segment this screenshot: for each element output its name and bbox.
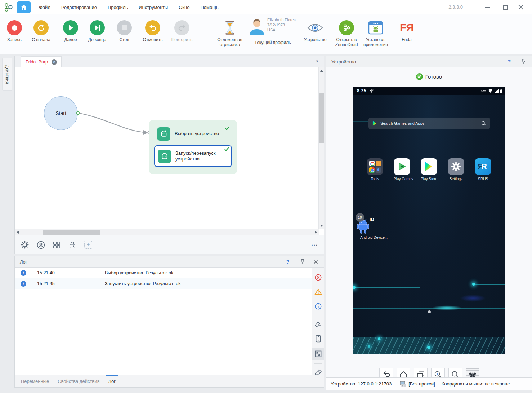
app-settings[interactable]: Settings — [448, 158, 464, 181]
filter-warnings-icon[interactable] — [312, 286, 324, 297]
pin-icon[interactable] — [300, 259, 305, 265]
current-profile-button[interactable]: Elizabeth Flores 7/12/1978 USA Текущий п… — [246, 14, 300, 53]
tab-frida-burp[interactable]: Frida+Burp ✕ — [21, 56, 62, 67]
app-android-device[interactable]: 10 — [355, 211, 394, 239]
frida-button[interactable]: FЯ Frida — [394, 14, 419, 53]
menu-profile[interactable]: Профиль — [108, 5, 128, 10]
close-window-button[interactable] — [513, 0, 529, 14]
tab-variables[interactable]: Переменные — [18, 375, 52, 387]
info-icon: i — [21, 270, 26, 276]
play-search-bar[interactable]: Search Games and Apps — [368, 118, 490, 129]
app-play-store[interactable]: Play Store — [421, 158, 437, 181]
log-row[interactable]: i 15:21:45 Запустить устройство Результа… — [15, 278, 312, 289]
canvas-lock-button[interactable] — [68, 240, 77, 249]
wifi-icon — [488, 89, 493, 93]
menu-edit[interactable]: Редактирование — [61, 5, 97, 10]
info-icon: i — [21, 281, 26, 287]
record-button[interactable]: Запись — [3, 14, 26, 53]
app-yarus[interactable]: Я R ЯRUS — [475, 158, 491, 181]
android-action-icon — [157, 127, 170, 141]
menu-window[interactable]: Окно — [179, 5, 189, 10]
highlight-color-icon[interactable] — [312, 319, 324, 330]
profile-country: USA — [267, 27, 296, 32]
maximize-button[interactable] — [497, 0, 513, 14]
canvas-vertical-scrollbar[interactable] — [318, 67, 324, 229]
tab-action-properties[interactable]: Свойства действия — [54, 375, 103, 387]
menu-tools[interactable]: Инструменты — [139, 5, 168, 10]
start-node[interactable]: Start — [44, 96, 78, 130]
tab-close-icon[interactable]: ✕ — [52, 59, 57, 65]
ready-check-icon — [416, 73, 423, 80]
canvas-horizontal-scrollbar[interactable] — [15, 229, 319, 235]
menu-file[interactable]: Файл — [39, 5, 50, 10]
deferred-render-button[interactable]: Отложенная отрисовка — [213, 14, 246, 53]
action-restart-device[interactable]: Запуск/перезапуск устройства — [154, 145, 232, 167]
redo-button[interactable]: Повторить — [169, 14, 195, 53]
installed-apps-button[interactable]: Установл. приложения — [359, 14, 392, 53]
scroll-up-icon[interactable] — [320, 70, 323, 72]
filter-errors-icon[interactable] — [312, 272, 324, 283]
add-action-slot-button[interactable]: + — [84, 240, 93, 249]
canvas-grid-button[interactable] — [52, 240, 61, 249]
close-log-icon[interactable] — [313, 260, 318, 264]
profile-birthdate: 7/12/1978 — [267, 22, 296, 27]
app-play-games[interactable]: Play Games — [394, 158, 410, 181]
pin-icon[interactable] — [521, 59, 526, 65]
flow-canvas[interactable]: Start Выбрать устройство — [15, 67, 319, 229]
device-log-icon[interactable] — [312, 333, 324, 344]
play-games-icon — [394, 158, 410, 175]
log-title: Лог — [20, 259, 27, 265]
log-row[interactable]: i 15:21:40 Выбор устройства Результат: o… — [15, 268, 312, 278]
scroll-right-icon[interactable] — [315, 231, 317, 234]
open-in-zennodroid-button[interactable]: Открыть в ZennoDroid — [330, 14, 363, 53]
sidebar-tab-actions[interactable]: Действия — [2, 58, 12, 91]
start-node-label: Start — [55, 110, 66, 116]
profile-avatar-icon — [249, 18, 265, 35]
undo-button[interactable]: Отменить — [140, 14, 165, 53]
minimize-button[interactable] — [479, 0, 496, 14]
expand-log-icon[interactable] — [312, 348, 324, 360]
log-message: Выбор устройства Результат: ok — [105, 270, 173, 275]
canvas-profile-button[interactable] — [36, 240, 45, 249]
run-to-end-button[interactable]: До конца — [86, 14, 109, 53]
canvas-more-button[interactable]: ... — [311, 240, 318, 247]
home-button[interactable] — [17, 1, 31, 13]
scroll-left-icon[interactable] — [17, 231, 19, 234]
app-tools[interactable]: Tools — [367, 158, 383, 181]
hscroll-thumb[interactable] — [43, 230, 100, 235]
vpn-key-icon — [481, 89, 486, 92]
action-select-device[interactable]: Выбрать устройство — [154, 125, 232, 142]
canvas-settings-button[interactable] — [21, 240, 29, 249]
device-panel: Устройство ? Готово — [326, 56, 532, 390]
restart-button[interactable]: С начала — [30, 14, 53, 53]
menu-help[interactable]: Помощь — [200, 5, 218, 10]
search-icon[interactable] — [481, 121, 486, 126]
device-panel-title: Устройство — [331, 59, 356, 65]
start-node-output-port[interactable] — [76, 111, 80, 115]
device-view-button[interactable]: Устройство — [300, 14, 330, 53]
log-filter-toolbar — [312, 268, 324, 375]
stop-button[interactable]: Стоп — [113, 14, 136, 53]
cell-signal-icon — [495, 89, 499, 93]
filter-info-icon[interactable] — [312, 301, 324, 312]
app-window: Файл Редактирование Профиль Инструменты … — [0, 0, 532, 393]
help-icon[interactable]: ? — [506, 59, 513, 65]
tab-list-dropdown-icon[interactable]: ▼ — [316, 59, 319, 63]
android-action-icon — [158, 150, 171, 163]
device-status-text: Готово — [425, 74, 442, 80]
bottom-dock-tabs: Переменные Свойства действия Лог — [15, 375, 324, 387]
notification-badge: 10 — [356, 213, 364, 222]
tab-log[interactable]: Лог — [105, 375, 119, 387]
scroll-down-icon[interactable] — [320, 225, 323, 227]
help-icon[interactable]: ? — [284, 259, 291, 265]
device-screen[interactable]: 8:25 — [353, 87, 505, 354]
actions-sidebar: Действия — [0, 54, 14, 389]
step-next-button[interactable]: Далее — [59, 14, 82, 53]
app-label: Android Device... — [353, 235, 398, 239]
editor-tabbar: Frida+Burp ✕ ▼ — [15, 56, 324, 67]
proxy-status[interactable]: [Без прокси] — [408, 381, 435, 387]
vscroll-thumb[interactable] — [319, 93, 324, 143]
flow-editor-panel: Frida+Burp ✕ ▼ Start — [14, 56, 324, 254]
home-icon — [21, 4, 27, 10]
google-play-icon — [372, 121, 377, 126]
